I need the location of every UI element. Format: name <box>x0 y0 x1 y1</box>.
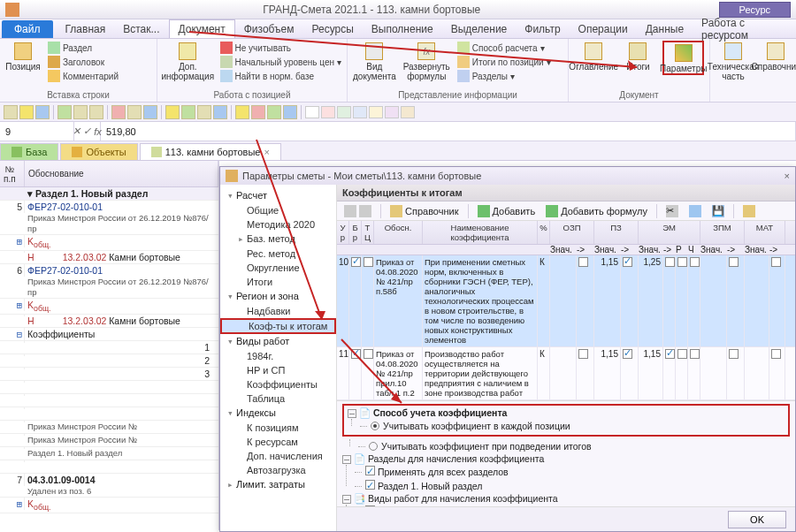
formula-input[interactable]: 519,80 <box>101 122 796 141</box>
chk-section-1[interactable] <box>365 480 375 490</box>
tree-node[interactable]: Округление <box>220 261 336 275</box>
tool-add-formula[interactable]: Добавить формулу <box>542 204 651 218</box>
chk-all-sections[interactable] <box>365 466 375 475</box>
tree-node[interactable]: ▸Баз. метод <box>220 232 336 247</box>
ribbon-reference[interactable]: Справочник <box>758 41 793 72</box>
qat-icon[interactable] <box>89 105 103 119</box>
tool-doc[interactable] <box>739 204 759 218</box>
tree-node[interactable]: К позициям <box>220 421 336 435</box>
tool-save[interactable]: 💾 <box>708 204 728 218</box>
radio-per-position[interactable] <box>371 422 379 430</box>
tool-copy[interactable] <box>685 204 705 218</box>
qat-icon[interactable] <box>127 105 142 119</box>
chk-all-worktypes[interactable] <box>365 505 375 506</box>
col-num[interactable]: № п.п <box>0 161 25 186</box>
tree-node[interactable]: ▾Виды работ <box>220 334 336 349</box>
ribbon-expand-fx[interactable]: fxРазвернуть формулы <box>403 41 450 81</box>
collapse-icon[interactable]: – <box>342 455 351 464</box>
ribbon-parameters[interactable]: Параметры <box>662 41 704 75</box>
menu-selection[interactable]: Выделение <box>442 20 517 38</box>
qat-icon[interactable] <box>143 105 157 119</box>
tree-node[interactable]: Итоги <box>220 275 336 289</box>
qat-icon[interactable] <box>4 105 18 119</box>
qat-icon[interactable] <box>165 105 180 119</box>
collapse-icon[interactable]: – <box>342 495 351 504</box>
menu-insert[interactable]: Встак... <box>114 20 168 38</box>
tree-node[interactable]: Коэф-ты к итогам <box>220 318 336 334</box>
tool-reference[interactable]: Справочник <box>387 204 463 218</box>
qat-icon[interactable] <box>111 105 126 119</box>
tree-node[interactable]: Надбавки <box>220 304 336 318</box>
menu-resources[interactable]: Ресурсы <box>303 20 363 38</box>
ribbon-section[interactable]: Раздел <box>48 42 119 54</box>
close-icon[interactable]: × <box>785 171 790 181</box>
coef-grid[interactable]: У р Б р Т Ц Обосн. Наименование коэффици… <box>337 221 795 400</box>
cell-ref[interactable]: 9 <box>0 122 74 141</box>
ribbon-positotals[interactable]: Итоги по позиции ▾ <box>457 56 551 68</box>
tree-node[interactable]: Методика 2020 <box>220 217 336 232</box>
color-swatch[interactable] <box>385 106 399 118</box>
tree-node[interactable]: ▾Расчет <box>220 188 336 203</box>
menu-physvol[interactable]: Физобъем <box>235 20 303 38</box>
qat-icon[interactable] <box>267 105 281 119</box>
tree-node[interactable]: Доп. начисления <box>220 449 336 463</box>
qat-icon[interactable] <box>251 105 265 119</box>
qat-icon[interactable] <box>197 105 211 119</box>
tree-node[interactable]: К ресурсам <box>220 435 336 449</box>
qat-icon[interactable] <box>213 105 227 119</box>
tool-nav[interactable] <box>341 204 375 218</box>
qat-icon[interactable] <box>181 105 195 119</box>
tab-objects[interactable]: Объекты <box>60 143 137 160</box>
collapse-icon[interactable]: – <box>348 409 356 418</box>
color-swatch[interactable] <box>337 106 351 118</box>
color-swatch[interactable] <box>353 106 367 118</box>
tool-cut[interactable]: ✂ <box>662 204 682 218</box>
tree-node[interactable]: Рес. метод <box>220 247 336 261</box>
radio-at-totals[interactable] <box>369 442 378 451</box>
ribbon-ignore[interactable]: Не учитывать <box>220 42 341 54</box>
ribbon-calcmethod[interactable]: Способ расчета ▾ <box>457 42 551 54</box>
qat-icon[interactable] <box>73 105 88 119</box>
tab-base[interactable]: База <box>0 143 58 160</box>
tool-add[interactable]: Добавить <box>474 204 540 218</box>
menu-filter[interactable]: Фильтр <box>516 20 569 38</box>
qat-icon[interactable] <box>235 105 249 119</box>
tree-node[interactable]: Коэффициенты <box>220 377 336 391</box>
ribbon-header[interactable]: Заголовок <box>48 56 119 68</box>
color-swatch[interactable] <box>369 106 383 118</box>
tree-node[interactable]: НР и СП <box>220 363 336 377</box>
color-swatch[interactable] <box>305 106 319 118</box>
menu-exec[interactable]: Выполнение <box>363 20 442 38</box>
tree-node[interactable]: ▾Индексы <box>220 406 336 421</box>
ribbon-position[interactable]: Позиция <box>5 41 41 72</box>
tree-node[interactable]: Таблица <box>220 391 336 406</box>
color-swatch[interactable] <box>321 106 335 118</box>
tree-node[interactable]: Автозагрузка <box>220 463 336 477</box>
menu-document[interactable]: Документ <box>169 19 235 38</box>
color-swatch[interactable] <box>401 106 415 118</box>
ok-button[interactable]: OK <box>728 511 786 528</box>
ribbon-toc[interactable]: Оглавление <box>574 41 613 72</box>
coef-row-10[interactable]: 10 Приказ от 04.08.2020 № 421/пр п.58б П… <box>337 255 795 347</box>
close-icon[interactable]: × <box>264 147 269 157</box>
tab-active[interactable]: 113. камни бортовые× <box>140 143 281 160</box>
ribbon-dopinfo[interactable]: Доп. информация <box>163 41 213 81</box>
accept-icon[interactable]: ✓ <box>83 125 91 137</box>
ribbon-doctype[interactable]: Вид документа <box>353 41 396 81</box>
cancel-icon[interactable]: ✕ <box>73 125 80 137</box>
ribbon-startlevel[interactable]: Начальный уровень цен ▾ <box>220 56 341 68</box>
tree-node[interactable]: 1984г. <box>220 349 336 363</box>
menu-data[interactable]: Данные <box>637 20 693 38</box>
ribbon-sections[interactable]: Разделы ▾ <box>457 70 551 82</box>
dialog-tree[interactable]: ▾РасчетОбщиеМетодика 2020▸Баз. методРес.… <box>220 185 337 531</box>
ribbon-comment[interactable]: Комментарий <box>48 70 119 82</box>
qat-icon[interactable] <box>283 105 297 119</box>
tree-node[interactable]: ▸Лимит. затраты <box>220 477 336 492</box>
ribbon-totals[interactable]: Итоги <box>620 41 655 72</box>
coef-row-11[interactable]: 11 Приказ от 04.08.2020 № 421/пр прил.10… <box>337 347 795 400</box>
ribbon-findnorm[interactable]: Найти в норм. базе <box>220 70 341 82</box>
menu-ops[interactable]: Операции <box>570 20 637 38</box>
ribbon-techpart[interactable]: Техническая часть <box>716 41 751 81</box>
menu-main[interactable]: Главная <box>57 20 115 38</box>
qat-icon[interactable] <box>35 105 50 119</box>
